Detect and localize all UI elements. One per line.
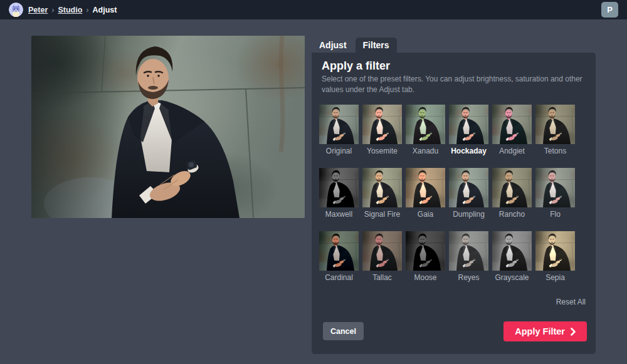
filter-thumbnail	[535, 105, 575, 144]
filter-thumbnail	[362, 231, 402, 271]
breadcrumb-adjust: Adjust	[93, 6, 117, 14]
filter-option-reyes[interactable]: Reyes	[449, 231, 488, 282]
filter-label: Sepia	[535, 273, 575, 282]
filter-thumbnail	[449, 231, 488, 271]
filter-label: Tetons	[535, 147, 575, 155]
user-avatar-icon[interactable]	[9, 3, 23, 17]
filter-thumbnail	[449, 168, 488, 207]
filter-thumbnail	[449, 105, 488, 144]
filter-option-yosemite[interactable]: Yosemite	[362, 105, 402, 155]
top-bar: Peter›Studio›Adjust P	[0, 0, 627, 19]
reset-all-button[interactable]: Reset All	[556, 298, 586, 306]
filter-label: Andgiet	[492, 147, 532, 155]
filter-option-dumpling[interactable]: Dumpling	[449, 168, 488, 219]
photo-preview	[31, 36, 305, 218]
apply-filter-label: Apply Filter	[515, 326, 565, 336]
portrait-image	[31, 36, 305, 218]
filter-thumbnail	[492, 168, 532, 207]
filter-label: Original	[319, 147, 359, 155]
filter-option-sepia[interactable]: Sepia	[535, 231, 575, 282]
filter-label: Maxwell	[319, 210, 359, 219]
filter-thumbnail	[492, 105, 532, 144]
filter-label: Hockaday	[449, 147, 488, 155]
filters-panel: Apply a filter Select one of the preset …	[312, 53, 596, 354]
filter-option-flo[interactable]: Flo	[535, 168, 575, 219]
filter-thumbnail	[406, 168, 445, 207]
filter-option-tallac[interactable]: Tallac	[362, 231, 402, 282]
filter-option-grayscale[interactable]: Grayscale	[492, 231, 532, 282]
filter-thumbnail	[406, 231, 445, 271]
breadcrumb-studio[interactable]: Studio	[58, 6, 82, 14]
breadcrumb-separator: ›	[51, 6, 54, 14]
filter-option-hockaday[interactable]: Hockaday	[449, 105, 488, 155]
filter-option-signal-fire[interactable]: Signal Fire	[362, 168, 402, 219]
filter-label: Signal Fire	[362, 210, 402, 219]
filter-grid: OriginalYosemiteXanaduHockadayAndgietTet…	[319, 105, 575, 282]
filter-thumbnail	[319, 168, 359, 207]
filter-label: Tallac	[362, 273, 402, 282]
filter-thumbnail	[535, 231, 575, 271]
filter-option-original[interactable]: Original	[319, 105, 359, 155]
filter-thumbnail	[362, 105, 402, 144]
filter-option-gaia[interactable]: Gaia	[406, 168, 445, 219]
filter-label: Dumpling	[449, 210, 488, 219]
filter-label: Moose	[406, 273, 445, 282]
filter-thumbnail	[535, 168, 575, 207]
filter-label: Xanadu	[406, 147, 445, 155]
tab-bar: AdjustFilters	[312, 38, 398, 53]
filter-label: Flo	[535, 210, 575, 219]
filter-label: Rancho	[492, 210, 532, 219]
filter-label: Cardinal	[319, 273, 359, 282]
breadcrumb-peter[interactable]: Peter	[28, 6, 48, 14]
filter-label: Gaia	[406, 210, 445, 219]
filter-option-andgiet[interactable]: Andgiet	[492, 105, 532, 155]
cancel-button[interactable]: Cancel	[323, 322, 364, 340]
filter-option-moose[interactable]: Moose	[406, 231, 445, 282]
tab-filters[interactable]: Filters	[356, 38, 397, 53]
apply-filter-button[interactable]: Apply Filter	[503, 321, 587, 341]
photo-editor-app: Peter›Studio›Adjust P AdjustFilters Appl…	[0, 0, 627, 364]
filter-label: Reyes	[449, 273, 488, 282]
chevron-right-icon	[571, 328, 576, 336]
filter-thumbnail	[406, 105, 445, 144]
filter-thumbnail	[492, 231, 532, 271]
filter-thumbnail	[319, 231, 359, 271]
filter-thumbnail	[319, 105, 359, 144]
filter-option-cardinal[interactable]: Cardinal	[319, 231, 359, 282]
filter-thumbnail	[362, 168, 402, 207]
filter-option-tetons[interactable]: Tetons	[535, 105, 575, 155]
filter-label: Yosemite	[362, 147, 402, 155]
filter-option-xanadu[interactable]: Xanadu	[406, 105, 445, 155]
profile-button[interactable]: P	[601, 2, 618, 18]
filter-label: Grayscale	[492, 273, 532, 282]
filter-option-rancho[interactable]: Rancho	[492, 168, 532, 219]
breadcrumb: Peter›Studio›Adjust	[28, 6, 117, 14]
filter-option-maxwell[interactable]: Maxwell	[319, 168, 359, 219]
tab-adjust[interactable]: Adjust	[312, 38, 354, 53]
breadcrumb-separator: ›	[86, 6, 88, 14]
panel-description: Select one of the preset filters. You ca…	[322, 74, 585, 95]
panel-title: Apply a filter	[322, 60, 390, 73]
